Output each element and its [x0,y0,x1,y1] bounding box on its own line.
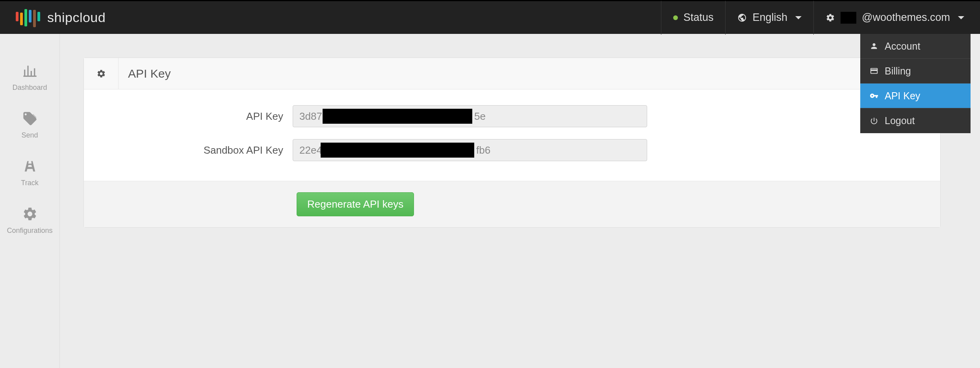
gear-icon [826,13,835,22]
panel-body: API Key 3d87 5e Sandbox API Key 22e4 fb6 [84,89,940,181]
sidebar-item-configurations[interactable]: Configurations [0,197,59,244]
page-title: API Key [119,67,171,80]
menu-logout[interactable]: Logout [860,108,971,133]
redacted-value [323,109,472,124]
chevron-down-icon [795,16,802,19]
menu-account[interactable]: Account [860,34,971,59]
menu-billing[interactable]: Billing [860,59,971,84]
brand-logo[interactable]: shipcloud [0,8,106,27]
tag-icon [22,111,38,126]
user-icon [870,42,878,50]
status-label: Status [683,11,714,24]
sandbox-api-key-label: Sandbox API Key [104,144,293,156]
api-key-label: API Key [104,110,293,123]
menu-item-label: Account [885,41,920,52]
user-redacted [841,12,856,24]
menu-api-key[interactable]: API Key [860,84,971,108]
redacted-value [321,143,474,158]
globe-icon [737,13,747,22]
bar-chart-icon [22,63,38,79]
language-menu[interactable]: English [725,1,813,35]
key-icon [870,91,878,100]
sidebar-item-label: Configurations [7,227,52,235]
top-navigation: shipcloud Status English @woothemes.com [0,0,980,34]
left-sidebar: Dashboard Send Track Configurations [0,34,60,368]
panel-footer: Regenerate API keys [84,181,940,227]
menu-item-label: API Key [885,90,920,102]
gear-icon [97,69,106,78]
sidebar-item-label: Send [21,131,38,139]
api-key-suffix: 5e [474,110,486,123]
api-key-row: API Key 3d87 5e [104,105,921,127]
regenerate-api-keys-button[interactable]: Regenerate API keys [297,192,414,216]
road-icon [22,158,38,174]
panel-gear-tab[interactable] [84,58,119,89]
sandbox-api-key-row: Sandbox API Key 22e4 fb6 [104,139,921,161]
sandbox-key-prefix: 22e4 [299,144,322,156]
sandbox-key-suffix: fb6 [476,144,490,156]
api-key-field[interactable]: 3d87 5e [293,105,647,127]
sandbox-api-key-field[interactable]: 22e4 fb6 [293,139,647,161]
status-indicator-icon [673,15,678,20]
api-key-prefix: 3d87 [299,110,322,123]
language-label: English [752,11,787,24]
panel-header: API Key [84,58,940,89]
main-content: API Key API Key 3d87 5e Sandbox API Key … [60,34,980,368]
user-menu-toggle[interactable]: @woothemes.com [813,1,980,35]
sidebar-item-track[interactable]: Track [0,149,59,197]
brand-name: shipcloud [47,10,106,25]
sidebar-item-send[interactable]: Send [0,101,59,149]
logo-bars-icon [16,8,40,27]
menu-item-label: Logout [885,115,915,126]
user-email: @woothemes.com [862,11,950,24]
power-icon [870,117,878,125]
gear-icon [22,206,38,222]
user-dropdown-menu: Account Billing API Key Logout [860,34,971,133]
card-icon [870,67,878,75]
sidebar-item-dashboard[interactable]: Dashboard [0,54,59,101]
chevron-down-icon [958,16,964,19]
menu-item-label: Billing [885,65,911,77]
status-menu[interactable]: Status [661,1,726,35]
sidebar-item-label: Track [21,179,38,187]
api-key-panel: API Key API Key 3d87 5e Sandbox API Key … [84,58,941,228]
sidebar-item-label: Dashboard [12,84,47,92]
